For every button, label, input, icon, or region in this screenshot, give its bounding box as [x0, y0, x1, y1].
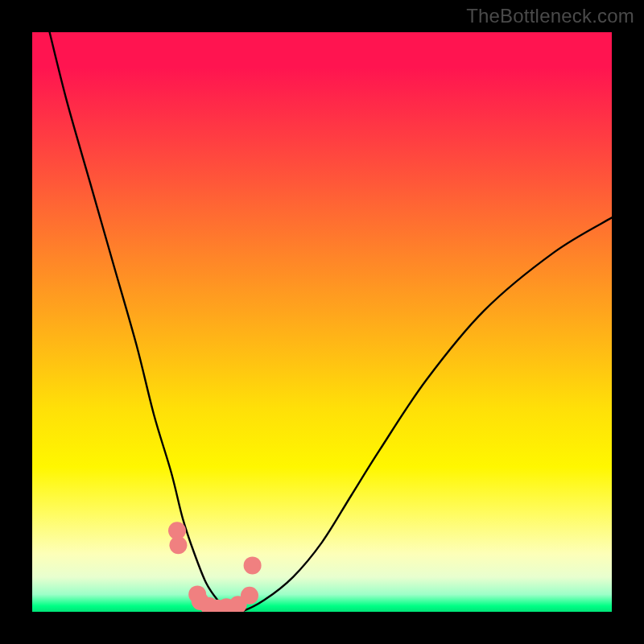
bottleneck-chart: [32, 32, 612, 612]
marker-group: [168, 522, 262, 612]
marker-dot: [241, 587, 258, 605]
bottleneck-curve-path: [50, 32, 612, 612]
marker-dot: [169, 536, 187, 554]
watermark-text: TheBottleneck.com: [466, 5, 634, 27]
marker-dot: [244, 556, 262, 574]
